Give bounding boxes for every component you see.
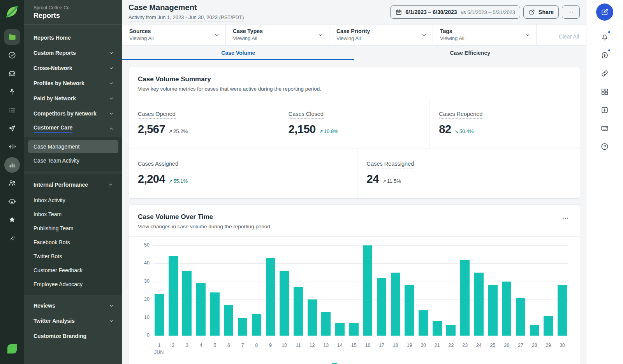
- bar-day-12[interactable]: [308, 299, 317, 336]
- y-axis-tick: 30: [138, 278, 150, 284]
- sidebar-item-custom-reports[interactable]: Custom Reports: [24, 45, 122, 60]
- bar-day-26[interactable]: [502, 282, 511, 336]
- bar-day-7[interactable]: [238, 318, 247, 336]
- bar-day-21[interactable]: [433, 321, 442, 336]
- bar-day-27[interactable]: [516, 298, 525, 336]
- filter-case-types[interactable]: Case TypesViewing All: [226, 24, 329, 45]
- compose-button[interactable]: [596, 4, 613, 21]
- sidebar-item-case-team-activity[interactable]: Case Team Activity: [28, 154, 118, 167]
- metric-label[interactable]: Cases Reassigned: [367, 161, 414, 168]
- bar-day-19[interactable]: [405, 285, 414, 336]
- filter-sources[interactable]: SourcesViewing All: [122, 24, 226, 45]
- bar-day-24[interactable]: [474, 273, 484, 336]
- filter-bar: SourcesViewing AllCase TypesViewing AllC…: [122, 24, 586, 46]
- sidebar-item-case-management[interactable]: Case Management: [28, 140, 118, 153]
- utility-bell[interactable]: [600, 28, 609, 46]
- rail-item-waveform[interactable]: [0, 137, 24, 156]
- rail-item-paper-plane[interactable]: [0, 119, 24, 137]
- bar-day-29[interactable]: [544, 316, 553, 336]
- rail-item-dots-cluster[interactable]: [0, 229, 24, 247]
- bar-day-2[interactable]: [169, 256, 178, 336]
- bar-day-11[interactable]: [294, 287, 303, 336]
- sidebar-item-inbox-activity[interactable]: Inbox Activity: [28, 194, 118, 207]
- bar-day-8[interactable]: [252, 314, 261, 336]
- bar-day-5[interactable]: [210, 292, 220, 336]
- bar-day-6[interactable]: [224, 305, 233, 336]
- tab-case-volume[interactable]: Case Volume: [122, 46, 354, 60]
- metric-label[interactable]: Cases Opened: [138, 111, 176, 119]
- bar-day-30[interactable]: [558, 285, 567, 336]
- bar-day-14[interactable]: [335, 323, 345, 336]
- clear-all-link[interactable]: Clear All: [559, 33, 579, 40]
- metric-label[interactable]: Cases Closed: [289, 111, 324, 119]
- y-axis-tick: 0: [138, 332, 150, 338]
- metric-delta: ↗25.2%: [169, 128, 188, 134]
- gridline-40: [153, 263, 568, 264]
- x-axis-tick: 27: [514, 343, 527, 348]
- bar-day-13[interactable]: [321, 312, 331, 336]
- rail-item-list[interactable]: [0, 101, 24, 119]
- sidebar-item-facebook-bots[interactable]: Facebook Bots: [28, 236, 118, 249]
- utility-rail: [586, 0, 623, 364]
- bar-day-15[interactable]: [349, 323, 359, 336]
- sidebar-item-publishing-team[interactable]: Publishing Team: [28, 222, 118, 235]
- bar-day-3[interactable]: [182, 271, 192, 336]
- sidebar-item-cross-network[interactable]: Cross-Network: [24, 60, 122, 75]
- rail-item-robot[interactable]: [0, 192, 24, 210]
- bar-day-18[interactable]: [391, 273, 400, 336]
- utility-grid[interactable]: [600, 82, 609, 101]
- metric-label[interactable]: Cases Assigned: [138, 161, 178, 168]
- gridline-0: [153, 336, 568, 336]
- rail-item-inbox[interactable]: [0, 64, 24, 82]
- share-button[interactable]: Share: [523, 5, 559, 19]
- bar-day-20[interactable]: [419, 310, 428, 336]
- bar-day-4[interactable]: [196, 283, 206, 336]
- bar-day-22[interactable]: [446, 325, 456, 336]
- metric-label[interactable]: Cases Reopened: [439, 111, 482, 119]
- utility-chat-lightning[interactable]: [600, 46, 609, 64]
- bar-day-28[interactable]: [530, 325, 539, 336]
- sidebar-item-customize-branding[interactable]: Customize Branding: [24, 328, 122, 343]
- sidebar-item-competitors-by-network[interactable]: Competitors by Network: [24, 106, 122, 121]
- sidebar-item-twitter-bots[interactable]: Twitter Bots: [28, 250, 118, 263]
- bar-day-9[interactable]: [266, 258, 275, 336]
- bar-day-10[interactable]: [280, 271, 289, 336]
- sidebar-item-paid-by-network[interactable]: Paid by Network: [24, 91, 122, 106]
- workspace-logo[interactable]: [0, 340, 24, 358]
- utility-keyboard[interactable]: [600, 119, 609, 137]
- sidebar-item-employee-advocacy[interactable]: Employee Advocacy: [28, 278, 118, 291]
- sidebar-item-reports-home[interactable]: Reports Home: [24, 30, 122, 45]
- bar-day-1[interactable]: [155, 294, 164, 336]
- filter-case-priority[interactable]: Case PriorityViewing All: [329, 24, 433, 45]
- bar-day-25[interactable]: [488, 285, 498, 336]
- sidebar-item-inbox-team[interactable]: Inbox Team: [28, 208, 118, 221]
- more-actions-button[interactable]: [562, 5, 580, 19]
- chart-menu-button[interactable]: [560, 213, 570, 223]
- rail-item-gauge[interactable]: [0, 46, 24, 64]
- date-range-button[interactable]: 6/1/2023 – 6/30/2023 vs 5/1/2023 – 5/31/…: [390, 5, 520, 19]
- sidebar-item-profiles-by-network[interactable]: Profiles by Network: [24, 75, 122, 91]
- tab-case-efficiency[interactable]: Case Efficiency: [354, 46, 586, 60]
- rail-item-bar-chart[interactable]: [0, 156, 24, 174]
- x-axis-tick: 23: [458, 343, 472, 348]
- rail-item-folder[interactable]: [0, 28, 24, 46]
- utility-link[interactable]: [600, 64, 609, 82]
- sprout-logo[interactable]: [5, 4, 19, 19]
- sidebar-item-reviews[interactable]: Reviews: [24, 298, 122, 313]
- sidebar-item-customer-feedback[interactable]: Customer Feedback: [28, 264, 118, 277]
- bar-day-23[interactable]: [460, 260, 470, 336]
- filter-tags[interactable]: TagsViewing All: [433, 24, 537, 45]
- metric-delta: ↘50.4%: [455, 128, 474, 134]
- utility-add-square[interactable]: [600, 101, 609, 119]
- rail-item-star[interactable]: [0, 210, 24, 229]
- sidebar-item-twitter-analysis[interactable]: Twitter Analysis: [24, 313, 122, 328]
- y-axis-tick: 10: [138, 315, 150, 320]
- sidebar-item-internal-performance[interactable]: Internal Performance: [28, 177, 118, 193]
- bar-day-16[interactable]: [363, 245, 372, 336]
- utility-help[interactable]: [600, 137, 609, 156]
- sidebar-item-customer-care[interactable]: Customer Care: [24, 121, 122, 136]
- rail-item-people[interactable]: [0, 174, 24, 192]
- add-square-icon: [600, 106, 609, 114]
- bar-day-17[interactable]: [377, 278, 386, 336]
- rail-item-pin[interactable]: [0, 82, 24, 101]
